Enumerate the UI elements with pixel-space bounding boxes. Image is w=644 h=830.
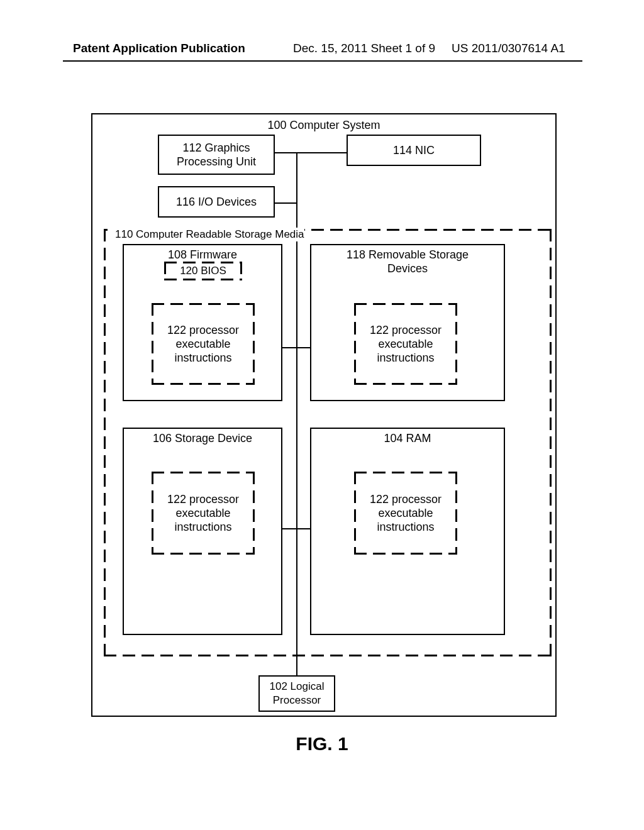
pei-firmware-box: 122 processor executable instructions — [152, 303, 255, 385]
nic-connector — [296, 152, 347, 153]
firmware-label: 108 Firmware — [124, 248, 281, 262]
removable-label: 118 Removable Storage Devices — [311, 248, 504, 275]
bios-box: 120 BIOS — [164, 262, 242, 280]
ram-label: 104 RAM — [311, 431, 504, 445]
removable-connector — [296, 347, 310, 348]
page-header: Patent Application Publication Dec. 15, … — [0, 42, 644, 63]
storage-media-title: 110 Computer Readable Storage Media — [108, 228, 304, 241]
io-box: 116 I/O Devices — [158, 186, 275, 218]
logical-processor-box: 102 Logical Processor — [258, 675, 335, 712]
nic-box: 114 NIC — [347, 135, 481, 166]
pei-storage-label: 122 processor executable instructions — [152, 472, 255, 555]
computer-system-title: 100 Computer System — [92, 118, 555, 132]
io-connector — [275, 202, 296, 204]
storage-connector — [282, 528, 296, 529]
bios-label: 120 BIOS — [164, 262, 242, 280]
page: Patent Application Publication Dec. 15, … — [0, 0, 644, 830]
pei-firmware-label: 122 processor executable instructions — [152, 303, 255, 385]
pei-removable-box: 122 processor executable instructions — [354, 303, 457, 385]
header-mid: Dec. 15, 2011 Sheet 1 of 9 — [293, 42, 435, 55]
header-right: US 2011/0307614 A1 — [452, 42, 565, 55]
nic-label: 114 NIC — [348, 136, 480, 165]
pei-ram-label: 122 processor executable instructions — [354, 472, 457, 555]
figure-caption: FIG. 1 — [0, 733, 644, 755]
io-label: 116 I/O Devices — [159, 187, 274, 216]
ram-connector — [296, 528, 310, 529]
pei-storage-box: 122 processor executable instructions — [152, 472, 255, 555]
gpu-label: 112 Graphics Processing Unit — [159, 136, 274, 174]
pei-ram-box: 122 processor executable instructions — [354, 472, 457, 555]
firmware-connector — [282, 347, 296, 348]
gpu-box: 112 Graphics Processing Unit — [158, 135, 275, 175]
gpu-connector — [275, 152, 296, 153]
pei-removable-label: 122 processor executable instructions — [354, 303, 457, 385]
logical-processor-label: 102 Logical Processor — [260, 677, 334, 711]
diagram-canvas: 100 Computer System 112 Graphics Process… — [91, 113, 557, 717]
storage-device-label: 106 Storage Device — [124, 431, 281, 445]
header-left: Patent Application Publication — [73, 42, 245, 55]
header-rule — [63, 60, 582, 62]
